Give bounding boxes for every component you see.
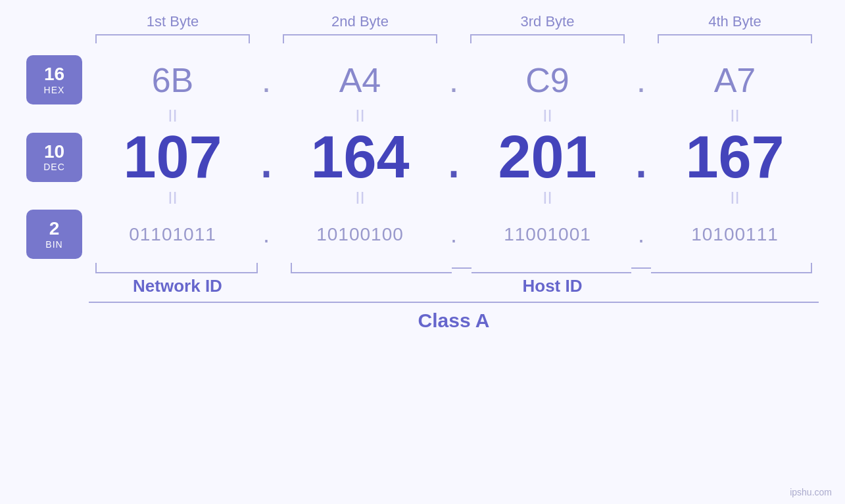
bin-dot-2: .	[444, 223, 464, 246]
dec-badge: 10 DEC	[26, 133, 82, 182]
byte-label-3: 3rd Byte	[464, 13, 631, 30]
dec-dot-2: .	[444, 127, 464, 187]
byte-label-1: 1st Byte	[89, 13, 256, 30]
id-labels-row: Network ID Host ID	[26, 276, 819, 296]
equals-row-1: II II II II	[26, 106, 819, 126]
bracket-top-3	[470, 34, 625, 43]
dec-dot-1: .	[256, 127, 276, 187]
hex-dot-3: .	[631, 63, 651, 97]
bracket-top-4	[658, 34, 812, 43]
bin-dot-3: .	[631, 223, 651, 246]
main-container: 1st Byte 2nd Byte 3rd Byte 4th Byte 16 H…	[0, 0, 845, 504]
hex-octet-1: 6B	[89, 60, 256, 100]
byte-label-2: 2nd Byte	[276, 13, 444, 30]
bin-octet-2: 10100100	[276, 224, 444, 245]
bin-octet-1: 01101011	[89, 224, 256, 245]
hex-badge: 16 HEX	[26, 55, 82, 104]
watermark: ipshu.com	[790, 487, 832, 497]
bracket-top-1	[95, 34, 250, 43]
host-id-label: Host ID	[286, 276, 819, 296]
network-host-brackets	[26, 263, 819, 273]
dec-octet-3: 201	[464, 127, 631, 187]
bin-octet-4: 10100111	[651, 224, 819, 245]
dec-dot-3: .	[631, 127, 651, 187]
bin-badge: 2 BIN	[26, 210, 82, 259]
hex-octet-3: C9	[464, 60, 631, 100]
bin-row: 2 BIN 01101011 . 10100100 . 11001001 . 1…	[26, 210, 819, 259]
hex-dot-2: .	[444, 63, 464, 97]
equals-row-2: II II II II	[26, 188, 819, 208]
hex-dot-1: .	[256, 63, 276, 97]
dec-octet-2: 164	[276, 127, 444, 187]
network-bracket	[95, 263, 258, 273]
dec-octet-4: 167	[651, 127, 819, 187]
network-id-label: Network ID	[89, 276, 266, 296]
hex-octet-4: A7	[651, 60, 819, 100]
host-bracket-right	[651, 263, 812, 273]
host-bracket-left	[291, 263, 452, 273]
dec-row: 10 DEC 107 . 164 . 201 . 167	[26, 127, 819, 187]
class-label: Class A	[418, 309, 490, 332]
hex-row: 16 HEX 6B . A4 . C9 . A7	[26, 55, 819, 104]
byte-label-4: 4th Byte	[651, 13, 819, 30]
class-section: Class A	[89, 302, 819, 332]
bin-octet-3: 11001001	[464, 224, 631, 245]
hex-octet-2: A4	[276, 60, 444, 100]
class-label-container: Class A	[89, 309, 819, 332]
class-line	[89, 302, 819, 303]
bin-dot-1: .	[256, 223, 276, 246]
dec-octet-1: 107	[89, 127, 256, 187]
bracket-top-2	[283, 34, 437, 43]
